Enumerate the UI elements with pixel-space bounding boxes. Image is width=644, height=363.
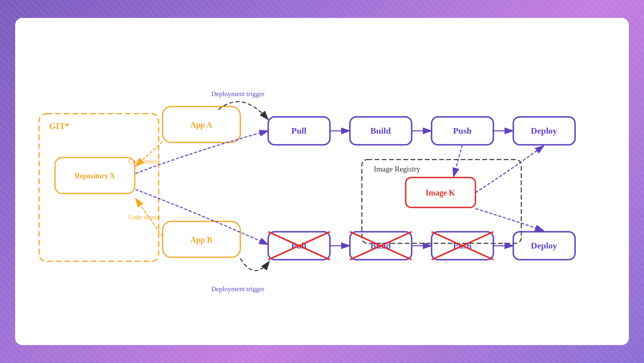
svg-line-19 xyxy=(454,145,462,177)
main-card: GIT* Repository X App A App B Code sourc… xyxy=(15,18,629,345)
app-b-label: App B xyxy=(190,235,212,245)
push-top-label: Push xyxy=(453,126,471,136)
svg-rect-4 xyxy=(39,114,159,261)
code-source-bot-label: Code source xyxy=(128,214,160,221)
deployment-trigger-bot-label: Deployment trigger xyxy=(211,285,265,293)
image-registry-label: Image Registry xyxy=(374,165,420,173)
deploy-top-label: Deploy xyxy=(531,126,557,136)
deploy-bot-label: Deploy xyxy=(531,241,557,251)
app-a-label: App A xyxy=(190,120,212,130)
image-k-label: Image K xyxy=(426,188,455,197)
pull-top-label: Pull xyxy=(291,126,306,136)
build-top-label: Build xyxy=(370,126,391,136)
repo-x-label: Repository X xyxy=(75,172,115,180)
git-label: GIT* xyxy=(49,121,69,131)
deployment-trigger-top-label: Deployment trigger xyxy=(211,90,265,98)
